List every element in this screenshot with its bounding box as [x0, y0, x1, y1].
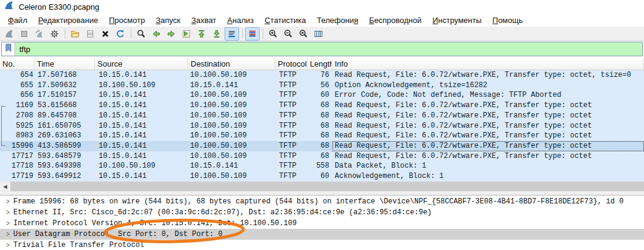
cell-no: 656: [0, 90, 34, 100]
zoom-out-button[interactable]: [281, 27, 295, 41]
auto-scroll-icon: [227, 29, 237, 39]
start-capture-button[interactable]: [2, 27, 16, 41]
cell-time: 17.509632: [34, 81, 95, 91]
packet-row-2708[interactable]: 270889.64570810.15.0.14110.100.50.109TFT…: [0, 111, 644, 121]
menu-wireless[interactable]: Беспроводной: [364, 15, 427, 26]
expand-chevron-icon[interactable]: >: [4, 219, 12, 228]
detail-row-frame[interactable]: >Frame 15996: 68 bytes on wire (544 bits…: [0, 196, 644, 207]
find-packet-button[interactable]: [134, 27, 148, 41]
menu-tools[interactable]: Инструменты: [427, 15, 487, 26]
open-file-button[interactable]: [68, 27, 82, 41]
reload-file-icon: [116, 29, 125, 39]
stop-capture-button[interactable]: [17, 27, 31, 41]
filter-bookmark-button[interactable]: [2, 42, 15, 56]
cell-dst: 10.100.50.109: [188, 100, 275, 111]
filter-value: tftp: [15, 42, 30, 56]
cell-dst: 10.100.50.109: [188, 111, 275, 121]
resize-columns-button[interactable]: [311, 27, 326, 41]
cell-dst: 10.100.50.109: [188, 141, 275, 151]
cell-time: 89.645708: [34, 111, 95, 121]
save-file-button[interactable]: 010: [83, 27, 97, 41]
column-header-length[interactable]: Length: [307, 58, 332, 70]
cell-proto: TFTP: [275, 121, 307, 131]
packet-row-5925[interactable]: 5925161.65070510.15.0.14110.100.50.109TF…: [0, 121, 644, 131]
cell-proto: TFTP: [275, 131, 307, 141]
menu-file[interactable]: Файл: [2, 15, 33, 26]
cell-proto: TFTP: [275, 100, 307, 111]
detail-row-udp[interactable]: >User Datagram Protocol, Src Port: 0, Ds…: [0, 229, 644, 240]
packet-row-17719[interactable]: 17719593.64991210.15.0.14110.100.50.109T…: [0, 171, 644, 182]
packet-row-654[interactable]: 65417.50716810.15.0.14110.100.50.109TFTP…: [0, 70, 644, 81]
scrollbar-thumb[interactable]: [10, 182, 644, 191]
zoom-reset-button[interactable]: [296, 27, 310, 41]
menu-analyze[interactable]: Анализ: [222, 15, 259, 26]
close-file-button[interactable]: [98, 27, 113, 41]
go-first-button[interactable]: [194, 27, 209, 41]
auto-scroll-button[interactable]: [225, 27, 239, 41]
colorize-icon: [248, 29, 257, 39]
column-header-time[interactable]: Time: [34, 58, 95, 70]
detail-row-tftp[interactable]: >Trivial File Transfer Protocol: [0, 240, 644, 250]
cell-dst: 10.100.50.109: [188, 70, 275, 81]
reload-file-button[interactable]: [113, 27, 128, 41]
cell-info: Read Request, File: 6.0.72/wtware.PXE, T…: [332, 151, 644, 162]
packet-row-15996[interactable]: 15996413.58659910.15.0.14110.100.50.109T…: [0, 141, 644, 151]
expand-chevron-icon[interactable]: >: [4, 197, 12, 206]
menu-telephony[interactable]: Телефония: [311, 15, 363, 26]
cell-proto: TFTP: [275, 90, 307, 100]
expand-chevron-icon[interactable]: >: [4, 241, 12, 249]
cell-info: Read Request, File: 6.0.72/wtware.PXE, T…: [332, 121, 644, 131]
packet-row-8983[interactable]: 8983269.63106310.15.0.14110.100.50.109TF…: [0, 131, 644, 141]
menu-help[interactable]: Помощь: [487, 15, 528, 26]
go-back-button[interactable]: [149, 27, 163, 41]
cell-len: 68: [307, 151, 332, 162]
toolbar-separator: [65, 28, 65, 39]
scroll-left-button[interactable]: ◄: [0, 182, 10, 191]
cell-len: 68: [307, 111, 332, 121]
expand-chevron-icon[interactable]: >: [4, 208, 12, 217]
zoom-in-button[interactable]: [266, 27, 280, 41]
column-header-source[interactable]: Source: [95, 58, 188, 70]
stop-capture-icon: [19, 29, 29, 39]
resize-columns-icon: [314, 29, 323, 39]
menu-capture[interactable]: Захват: [186, 15, 222, 26]
horizontal-scrollbar[interactable]: ◄: [0, 182, 644, 191]
column-header-info[interactable]: Info: [332, 58, 644, 70]
menu-statistics[interactable]: Статистика: [259, 15, 311, 26]
cell-src: 10.15.0.141: [95, 171, 188, 182]
cell-no: 655: [0, 81, 34, 91]
cell-info: Acknowledgement, Block: 1: [332, 171, 644, 182]
expand-chevron-icon[interactable]: >: [4, 230, 12, 238]
restart-capture-button[interactable]: [32, 27, 47, 41]
go-to-packet-button[interactable]: [179, 27, 194, 41]
cell-time: 161.650705: [34, 121, 95, 131]
cell-no: 654: [0, 70, 34, 81]
go-forward-button[interactable]: [164, 27, 179, 41]
detail-row-ethernet[interactable]: >Ethernet II, Src: Cisco_6d:2c:07 (00:3a…: [0, 207, 644, 218]
cell-len: 68: [307, 131, 332, 141]
cell-no: 17717: [0, 151, 34, 162]
cell-src: 10.15.0.141: [95, 131, 188, 141]
column-header-destination[interactable]: Destination: [188, 58, 275, 70]
open-file-icon: [70, 29, 80, 39]
column-header-protocol[interactable]: Protocol: [275, 58, 307, 70]
cell-time: 17.507168: [34, 70, 95, 81]
column-header-no[interactable]: No.: [0, 58, 34, 70]
packet-row-17718[interactable]: 17718593.64939810.100.50.10910.15.0.141T…: [0, 161, 644, 171]
packet-row-656[interactable]: 65617.51015710.15.0.14110.100.50.109TFTP…: [0, 90, 644, 100]
menu-go[interactable]: Запуск: [150, 15, 186, 26]
packet-row-1169[interactable]: 116953.61566810.15.0.14110.100.50.109TFT…: [0, 100, 644, 111]
go-first-icon: [197, 29, 206, 39]
go-last-button[interactable]: [209, 27, 224, 41]
cell-time: 269.631063: [34, 131, 95, 141]
cell-len: 76: [307, 70, 332, 81]
colorize-button[interactable]: [245, 27, 260, 41]
find-packet-icon: [136, 29, 146, 39]
packet-row-17717[interactable]: 17717593.64857910.15.0.14110.100.50.109T…: [0, 151, 644, 162]
menu-edit[interactable]: Редактирование: [33, 15, 104, 26]
detail-row-ip[interactable]: >Internet Protocol Version 4, Src: 10.15…: [0, 218, 644, 229]
menu-view[interactable]: Просмотр: [104, 15, 150, 26]
display-filter-input[interactable]: tftp: [1, 42, 643, 56]
packet-row-655[interactable]: 65517.50963210.100.50.10910.15.0.141TFTP…: [0, 81, 644, 91]
capture-options-button[interactable]: [47, 27, 62, 41]
